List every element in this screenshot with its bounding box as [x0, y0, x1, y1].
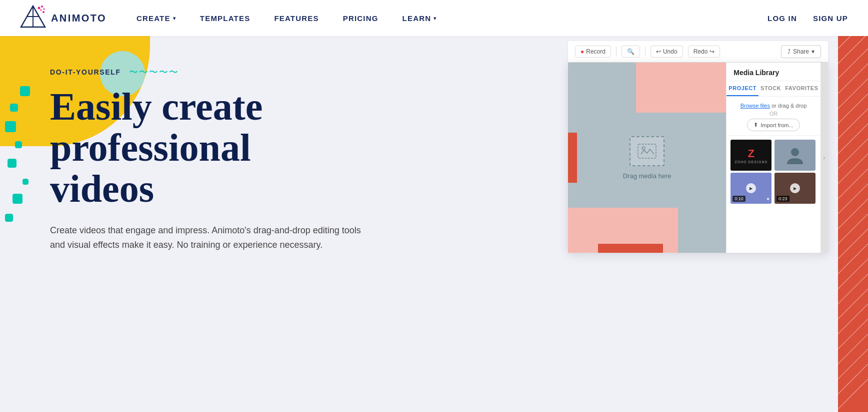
nav-auth: LOG IN SIGN UP: [768, 14, 848, 23]
nav-pricing[interactable]: PRICING: [343, 14, 378, 23]
svg-line-26: [836, 289, 868, 321]
svg-line-21: [836, 214, 868, 246]
wave-decoration: 〜〜〜〜〜: [129, 66, 179, 78]
svg-line-15: [836, 124, 868, 156]
redo-icon: ↪: [710, 48, 714, 55]
media-upload-area: Browse files or drag & drop OR ⬆ Import …: [726, 97, 820, 136]
login-button[interactable]: LOG IN: [768, 14, 797, 23]
logo-text: ANIMOTO: [51, 13, 106, 24]
hero-title: Easily create professional videos: [50, 86, 440, 209]
svg-point-6: [44, 9, 45, 10]
play-icon-2: ▶: [790, 183, 800, 193]
svg-line-12: [836, 79, 868, 111]
signup-button[interactable]: SIGN UP: [813, 14, 848, 23]
svg-line-30: [836, 349, 868, 381]
svg-line-10: [836, 49, 868, 81]
svg-point-35: [791, 148, 799, 156]
svg-line-17: [836, 154, 868, 186]
nav-learn[interactable]: LEARN ▾: [402, 14, 437, 23]
thumbnail-person[interactable]: [774, 140, 816, 171]
svg-point-3: [38, 7, 40, 10]
import-icon: ⬆: [754, 122, 758, 128]
logo-icon: [20, 5, 46, 31]
share-icon: ⤴: [788, 48, 790, 55]
svg-line-31: [836, 364, 868, 396]
nav-features[interactable]: FEATURES: [274, 14, 318, 23]
chevron-down-icon-learn: ▾: [434, 16, 436, 21]
thumbnail-zoho[interactable]: Z ZOHO DESIGNS: [730, 140, 772, 171]
record-button[interactable]: ● Record: [575, 46, 611, 58]
record-icon: ●: [580, 48, 584, 55]
svg-point-7: [42, 11, 44, 13]
separator2: [645, 47, 646, 57]
tab-stock[interactable]: STOCK: [758, 81, 783, 96]
logo[interactable]: ANIMOTO: [20, 5, 106, 31]
svg-line-11: [836, 64, 868, 96]
or-divider: OR: [732, 111, 815, 117]
svg-line-27: [836, 304, 868, 336]
svg-line-18: [836, 169, 868, 201]
media-tabs: PROJECT STOCK FAVORITES: [726, 81, 820, 97]
teal-dots: [5, 86, 35, 236]
person-silhouette-icon: [785, 145, 805, 165]
svg-point-4: [41, 6, 43, 8]
separator: [616, 47, 616, 57]
editor-mockup: ● Record 🔍 ↩ Undo Redo ↪ ⤴ Share ▾: [568, 41, 828, 253]
upload-text: Browse files or drag & drop: [732, 103, 815, 109]
expand-handle[interactable]: ›: [820, 63, 828, 253]
nav-templates[interactable]: TEMPLATES: [200, 14, 250, 23]
chevron-down-icon: ▾: [173, 16, 176, 21]
video-duration-2: 0:23: [776, 196, 790, 202]
editor-canvas[interactable]: Drag media here: [568, 63, 726, 253]
svg-line-9: [836, 36, 868, 66]
browse-files-link[interactable]: Browse files: [740, 103, 770, 109]
zoho-z-logo: Z: [734, 147, 768, 160]
search-button[interactable]: 🔍: [622, 46, 640, 58]
nav-links: CREATE ▾ TEMPLATES FEATURES PRICING LEAR…: [136, 14, 768, 23]
undo-button[interactable]: ↩ Undo: [650, 46, 683, 58]
zoho-label: ZOHO DESIGNS: [734, 160, 768, 164]
svg-line-28: [836, 319, 868, 351]
media-thumbnails-grid: Z ZOHO DESIGNS ▶ 0:10: [726, 136, 820, 208]
chevron-down-icon-share: ▾: [812, 48, 814, 55]
decorative-lines: [836, 36, 868, 412]
svg-line-16: [836, 139, 868, 171]
svg-line-19: [836, 184, 868, 216]
editor-body: Drag media here Media Library PROJECT ST…: [568, 63, 828, 253]
share-button[interactable]: ⤴ Share ▾: [781, 45, 821, 58]
svg-point-34: [642, 147, 645, 150]
navigation: ANIMOTO CREATE ▾ TEMPLATES FEATURES PRIC…: [0, 0, 868, 36]
svg-point-5: [40, 10, 42, 11]
hero-content: DO-IT-YOURSELF 〜〜〜〜〜 Easily create profe…: [50, 66, 440, 253]
canvas-red-bottom: [598, 244, 663, 253]
play-icon: ▶: [746, 183, 756, 193]
svg-rect-33: [638, 144, 656, 158]
thumbnail-video1[interactable]: ▶ 0:10 ♥: [730, 173, 772, 204]
canvas-placeholder: Drag media here: [623, 136, 672, 180]
thumbnail-video2[interactable]: ▶ 0:23: [774, 173, 816, 204]
nav-create[interactable]: CREATE ▾: [136, 14, 176, 23]
tab-favorites[interactable]: FAVORITES: [783, 81, 820, 96]
heart-icon: ♥: [766, 196, 770, 202]
svg-line-25: [836, 274, 868, 306]
canvas-pink-top: [636, 63, 726, 113]
import-button[interactable]: ⬆ Import from...: [747, 119, 800, 131]
video-duration-1: 0:10: [732, 196, 746, 202]
svg-line-23: [836, 244, 868, 276]
svg-line-14: [836, 109, 868, 141]
svg-line-24: [836, 259, 868, 291]
svg-line-13: [836, 94, 868, 126]
hero-tag-text: DO-IT-YOURSELF: [50, 68, 121, 76]
tab-project[interactable]: PROJECT: [726, 81, 758, 96]
undo-icon: ↩: [656, 48, 661, 55]
media-library-title: Media Library: [726, 63, 820, 81]
drag-media-text: Drag media here: [623, 172, 672, 180]
svg-line-32: [836, 379, 868, 411]
hero-description: Create videos that engage and impress. A…: [50, 223, 370, 253]
canvas-red-left: [568, 133, 577, 183]
redo-button[interactable]: Redo ↪: [688, 46, 720, 58]
svg-line-29: [836, 334, 868, 366]
hero-tag: DO-IT-YOURSELF 〜〜〜〜〜: [50, 66, 440, 78]
svg-line-22: [836, 229, 868, 261]
media-library-panel: Media Library PROJECT STOCK FAVORITES Br…: [726, 63, 820, 253]
